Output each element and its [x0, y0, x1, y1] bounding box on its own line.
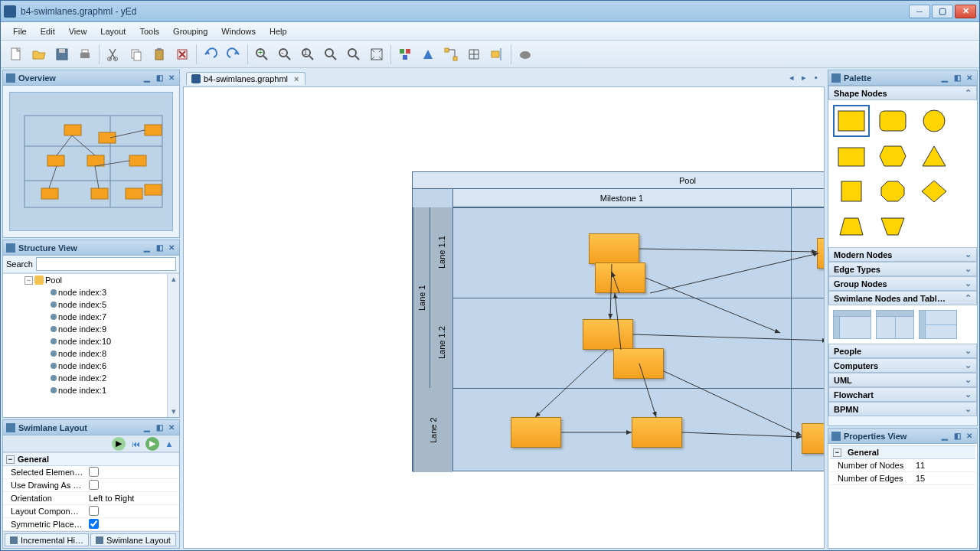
print-icon[interactable] — [74, 44, 96, 65]
menu-windows[interactable]: Windows — [215, 24, 262, 38]
palette-section-uml[interactable]: UML⌄ — [828, 373, 977, 387]
shape-triangle[interactable] — [916, 140, 952, 172]
delete-icon[interactable] — [172, 44, 193, 65]
panel-close-icon[interactable]: ✕ — [167, 243, 176, 253]
section-toggle-icon[interactable]: − — [6, 455, 15, 464]
lane2-label[interactable]: Lane 2 — [413, 388, 452, 472]
palette-section-group[interactable]: Group Nodes⌄ — [828, 276, 977, 291]
scroll-down-icon[interactable]: ▾ — [168, 406, 179, 417]
structure-tree[interactable]: − Pool node index:3node index:5node inde… — [3, 273, 179, 417]
redo-icon[interactable] — [223, 44, 244, 65]
menu-file[interactable]: File — [7, 24, 33, 38]
panel-close-icon[interactable]: ✕ — [167, 73, 176, 83]
tree-node[interactable]: node index:5 — [3, 298, 179, 311]
menu-edit[interactable]: Edit — [34, 24, 61, 38]
panel-close-icon[interactable]: ✕ — [167, 423, 176, 432]
cut-icon[interactable] — [103, 44, 124, 65]
zoom-out-icon[interactable]: - — [274, 44, 296, 65]
shape-diamond[interactable] — [916, 175, 952, 207]
menu-view[interactable]: View — [63, 24, 93, 38]
shape-hexagon[interactable] — [874, 140, 911, 172]
lane11-label[interactable]: Lane 1.1 — [430, 207, 452, 298]
palette-section-people[interactable]: People⌄ — [828, 344, 977, 358]
skip-back-icon[interactable]: ⏮ — [129, 437, 142, 451]
section-toggle-icon[interactable]: − — [833, 448, 841, 457]
close-button[interactable]: ✕ — [955, 5, 976, 18]
menu-layout[interactable]: Layout — [94, 24, 132, 38]
prop-checkbox[interactable] — [89, 519, 99, 529]
tree-collapse-icon[interactable]: − — [24, 276, 33, 285]
play-small-icon[interactable]: ▶ — [112, 437, 126, 451]
pool[interactable]: Pool Lane 1 Lane 1.1 Lane 1.2 Lane 2 Mil… — [412, 171, 825, 471]
tab-incremental[interactable]: Incremental Hi… — [5, 533, 89, 546]
palette-section-swimlane[interactable]: Swimlane Nodes and Tabl…⌃ — [828, 291, 977, 305]
search-input[interactable] — [36, 257, 176, 271]
copy-icon[interactable] — [126, 44, 147, 65]
shape-square[interactable] — [833, 175, 870, 207]
orthogonal-icon[interactable] — [440, 44, 462, 65]
palette-section-edges[interactable]: Edge Types⌄ — [828, 262, 977, 276]
pool-header[interactable]: Pool — [413, 172, 825, 189]
undo-icon[interactable] — [200, 44, 221, 65]
panel-minimize-icon[interactable]: ▁ — [142, 73, 152, 83]
menu-help[interactable]: Help — [263, 24, 293, 38]
tab-next-icon[interactable]: ▸ — [799, 73, 809, 83]
panel-pin-icon[interactable]: ◧ — [155, 423, 164, 432]
palette-section-shape[interactable]: Shape Nodes⌃ — [828, 86, 977, 100]
prop-checkbox[interactable] — [89, 480, 99, 490]
open-file-icon[interactable] — [28, 44, 50, 65]
graph-node[interactable] — [802, 423, 825, 454]
panel-close-icon[interactable]: ✕ — [965, 432, 974, 441]
zoom-reset-icon[interactable]: 1 — [297, 44, 318, 65]
graph-node[interactable] — [583, 319, 633, 350]
tree-node[interactable]: node index:6 — [3, 360, 179, 372]
zoom-area-icon[interactable] — [320, 44, 341, 65]
paste-icon[interactable] — [149, 44, 170, 65]
cloud-icon[interactable] — [514, 44, 536, 65]
milestone2-header[interactable]: Milestone 2 — [791, 189, 825, 207]
shape-trapezoid[interactable] — [833, 210, 870, 243]
palette-section-flowchart[interactable]: Flowchart⌄ — [828, 387, 977, 402]
graph-node[interactable] — [595, 262, 645, 293]
scroll-up-icon[interactable]: ▴ — [168, 274, 179, 285]
save-icon[interactable] — [51, 44, 73, 65]
palette-section-modern[interactable]: Modern Nodes⌄ — [828, 247, 977, 262]
tree-node[interactable]: node index:1 — [3, 384, 179, 396]
graph-node[interactable] — [613, 348, 664, 379]
tab-prev-icon[interactable]: ◂ — [786, 73, 797, 83]
grid-icon[interactable] — [463, 44, 485, 65]
document-tab[interactable]: b4-swimlanes.graphml × — [186, 72, 305, 85]
panel-minimize-icon[interactable]: ▁ — [142, 423, 152, 432]
collapse-up-icon[interactable]: ▲ — [162, 437, 176, 451]
panel-minimize-icon[interactable]: ▁ — [940, 432, 949, 441]
zoom-in-icon[interactable]: + — [251, 44, 273, 65]
tab-close-icon[interactable]: × — [294, 74, 299, 83]
swimlane-thumb-1[interactable] — [833, 310, 871, 339]
graph-node[interactable] — [817, 238, 825, 269]
prop-checkbox[interactable] — [89, 506, 99, 516]
lane1-label[interactable]: Lane 1 — [413, 207, 430, 388]
edge-routing-icon[interactable] — [417, 44, 439, 65]
new-file-icon[interactable] — [5, 44, 27, 65]
graph-node[interactable] — [632, 417, 682, 448]
lane12-label[interactable]: Lane 1.2 — [430, 298, 452, 388]
graph-node[interactable] — [511, 417, 561, 448]
tree-node[interactable]: node index:9 — [3, 323, 179, 335]
palette-section-bpmn[interactable]: BPMN⌄ — [828, 402, 977, 416]
snap-icon[interactable] — [486, 44, 508, 65]
fit-content-icon[interactable] — [366, 44, 387, 65]
panel-pin-icon[interactable]: ◧ — [952, 73, 962, 83]
panel-pin-icon[interactable]: ◧ — [155, 243, 164, 253]
tree-node[interactable]: node index:3 — [3, 286, 179, 298]
layout-icon[interactable] — [394, 44, 416, 65]
shape-octagon[interactable] — [874, 175, 911, 207]
shape-rectangle[interactable] — [833, 105, 870, 137]
shape-circle[interactable] — [916, 105, 952, 137]
palette-section-computers[interactable]: Computers⌄ — [828, 358, 977, 373]
swimlane-thumb-3[interactable] — [919, 310, 957, 339]
panel-pin-icon[interactable]: ◧ — [952, 432, 962, 441]
tab-list-icon[interactable]: ▪ — [811, 73, 822, 83]
overview-canvas[interactable] — [9, 92, 173, 231]
menu-grouping[interactable]: Grouping — [167, 24, 214, 38]
graph-canvas[interactable]: Pool Lane 1 Lane 1.1 Lane 1.2 Lane 2 Mil… — [183, 86, 825, 549]
